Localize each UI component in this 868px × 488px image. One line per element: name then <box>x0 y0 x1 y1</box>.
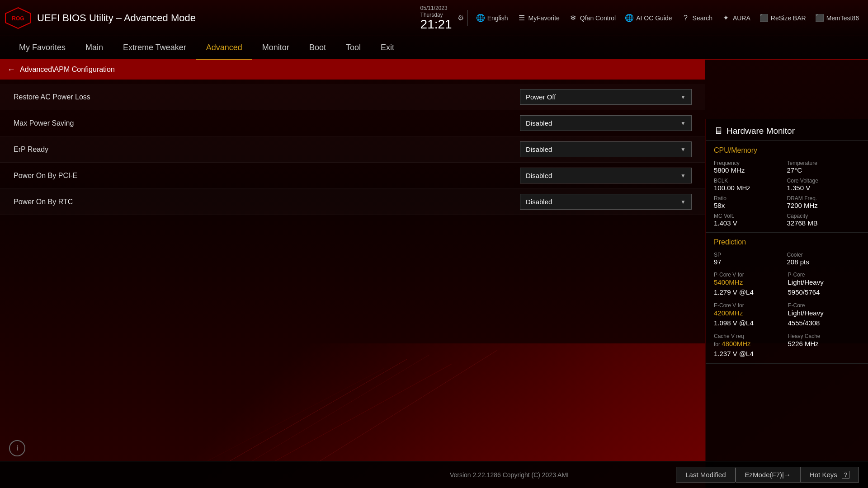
memtest-label: MemTest86 <box>826 14 859 22</box>
toolbar-divider-1 <box>467 10 468 26</box>
dropdown-restore-ac[interactable]: Power Off ▼ <box>520 89 692 105</box>
nav-exit-label: Exit <box>381 43 394 52</box>
hw-ratio-value: 58x <box>714 202 787 209</box>
hw-ratio-cell: Ratio 58x <box>714 195 787 209</box>
ezmode-button[interactable]: EzMode(F7)|→ <box>736 467 800 483</box>
pcore-light-freq: 5950/5764 <box>788 288 820 296</box>
cache-v-label: Cache V req <box>714 333 744 339</box>
ecore-v-label: E-Core V for <box>714 302 744 309</box>
heavy-cache-cell: Heavy Cache 5226 MHz <box>788 332 860 348</box>
language-button[interactable]: 🌐 English <box>472 12 513 24</box>
ecore-light-value: Light/Heavy <box>788 309 824 317</box>
hw-core-voltage-value: 1.350 V <box>787 184 860 192</box>
nav-exit[interactable]: Exit <box>371 36 404 60</box>
setting-row-pcie: Power On By PCI-E Disabled ▼ <box>0 163 705 189</box>
qfan-icon: ❄ <box>569 14 578 23</box>
hw-dram-freq-cell: DRAM Freq. 7200 MHz <box>787 195 860 209</box>
back-button[interactable]: ← <box>7 65 15 75</box>
last-modified-button[interactable]: Last Modified <box>676 467 735 483</box>
nav-monitor-label: Monitor <box>262 43 289 52</box>
breadcrumb-path: Advanced\APM Configuration <box>20 66 115 74</box>
heavy-cache-label: Heavy Cache <box>788 333 821 339</box>
hw-dram-freq-value: 7200 MHz <box>787 202 860 209</box>
setting-label-max-power: Max Power Saving <box>14 119 520 127</box>
setting-control-pcie: Disabled ▼ <box>520 168 692 183</box>
hw-mc-volt-cell: MC Volt. 1.403 V <box>714 213 787 227</box>
info-icon: i <box>16 444 18 452</box>
resize-bar-button[interactable]: ⬛ ReSize BAR <box>755 12 811 24</box>
qfan-button[interactable]: ❄ Qfan Control <box>564 12 620 24</box>
hw-temperature-value: 27°C <box>787 166 860 174</box>
setting-label-rtc: Power On By RTC <box>14 198 520 206</box>
qfan-label: Qfan Control <box>580 14 616 22</box>
aura-button[interactable]: ✦ AURA <box>717 12 755 24</box>
aioc-label: AI OC Guide <box>636 14 672 22</box>
dropdown-max-power-arrow: ▼ <box>680 120 686 127</box>
dropdown-pcie-arrow: ▼ <box>680 173 686 179</box>
setting-row-rtc: Power On By RTC Disabled ▼ <box>0 189 705 215</box>
pcore-light-freq-cell: 5950/5764 <box>788 288 860 296</box>
hw-frequency-cell: Frequency 5800 MHz <box>714 160 787 174</box>
hotkeys-label: Hot Keys <box>810 471 837 479</box>
hw-temperature-label: Temperature <box>787 160 860 166</box>
nav-boot[interactable]: Boot <box>299 36 336 60</box>
memtest-button[interactable]: ⬛ MemTest86 <box>811 12 863 24</box>
nav-extreme-tweaker[interactable]: Extreme Tweaker <box>113 36 196 60</box>
resize-icon: ⬛ <box>760 14 769 23</box>
language-label: English <box>487 14 508 22</box>
nav-main[interactable]: Main <box>75 36 113 60</box>
nav-tool-label: Tool <box>346 43 361 52</box>
aura-icon: ✦ <box>722 14 731 23</box>
dropdown-rtc-value: Disabled <box>526 198 552 206</box>
cache-v-label-cell: Cache V req for 4800MHz <box>714 332 786 348</box>
breadcrumb-bar: ← Advanced\APM Configuration <box>0 60 705 80</box>
hw-prediction-title: Prediction <box>714 238 860 246</box>
date-display: 05/11/2023 Thursday <box>420 5 448 18</box>
ecore-v-label-cell: E-Core V for 4200MHz <box>714 301 786 317</box>
ecore-v-value-cell: 1.098 V @L4 <box>714 319 786 327</box>
hw-mc-volt-label: MC Volt. <box>714 213 787 219</box>
nav-boot-label: Boot <box>309 43 326 52</box>
pcore-v-freq: 5400MHz <box>714 278 743 286</box>
dropdown-erp-arrow: ▼ <box>680 146 686 153</box>
nav-my-favorites[interactable]: My Favorites <box>9 36 75 60</box>
hw-cpu-memory-title: CPU/Memory <box>714 146 860 155</box>
hotkeys-button[interactable]: Hot Keys ? <box>800 467 859 483</box>
pcore-v-value-cell: 1.279 V @L4 <box>714 288 786 296</box>
dropdown-rtc[interactable]: Disabled ▼ <box>520 194 692 210</box>
hw-capacity-cell: Capacity 32768 MB <box>787 213 860 227</box>
dropdown-restore-ac-arrow: ▼ <box>680 94 686 100</box>
hw-cpu-memory-grid: Frequency 5800 MHz Temperature 27°C BCLK… <box>714 160 860 227</box>
heavy-cache-value: 5226 MHz <box>788 340 819 347</box>
nav-bar: My Favorites Main Extreme Tweaker Advanc… <box>0 36 868 60</box>
setting-control-erp: Disabled ▼ <box>520 141 692 157</box>
dropdown-max-power[interactable]: Disabled ▼ <box>520 115 692 131</box>
dropdown-pcie[interactable]: Disabled ▼ <box>520 168 692 183</box>
logo-area: ROG UEFI BIOS Utility – Advanced Mode <box>5 7 222 29</box>
nav-monitor[interactable]: Monitor <box>252 36 299 60</box>
aioc-button[interactable]: 🌐 AI OC Guide <box>620 12 676 24</box>
pcore-light-cell: P-Core Light/Heavy <box>788 270 860 286</box>
pcore-grid: P-Core V for 5400MHz P-Core Light/Heavy … <box>714 270 860 296</box>
hardware-monitor-panel: 🖥 Hardware Monitor CPU/Memory Frequency … <box>705 119 868 488</box>
top-bar: ROG UEFI BIOS Utility – Advanced Mode 05… <box>0 0 868 36</box>
hw-prediction-grid: SP 97 Cooler 208 pts <box>714 252 860 266</box>
aura-label: AURA <box>733 14 750 22</box>
memtest-icon: ⬛ <box>815 14 824 23</box>
setting-row-max-power: Max Power Saving Disabled ▼ <box>0 110 705 136</box>
hw-capacity-value: 32768 MB <box>787 219 860 227</box>
settings-icon[interactable]: ⚙ <box>458 14 464 22</box>
top-toolbar: 05/11/2023 Thursday 21:21 ⚙ 🌐 English ☰ … <box>222 5 863 31</box>
hw-cooler-label: Cooler <box>787 252 860 258</box>
nav-tool[interactable]: Tool <box>336 36 371 60</box>
nav-advanced[interactable]: Advanced <box>196 36 252 60</box>
info-button[interactable]: i <box>9 440 25 456</box>
ecore-light-cell: E-Core Light/Heavy <box>788 301 860 317</box>
nav-my-favorites-label: My Favorites <box>19 43 66 52</box>
myfavorite-button[interactable]: ☰ MyFavorite <box>513 12 564 24</box>
search-button[interactable]: ? Search <box>677 12 717 24</box>
hw-prediction-section: Prediction SP 97 Cooler 208 pts P-Core V… <box>706 233 868 364</box>
setting-label-restore-ac: Restore AC Power Loss <box>14 93 520 101</box>
myfavorite-icon: ☰ <box>517 14 526 23</box>
dropdown-erp[interactable]: Disabled ▼ <box>520 141 692 157</box>
